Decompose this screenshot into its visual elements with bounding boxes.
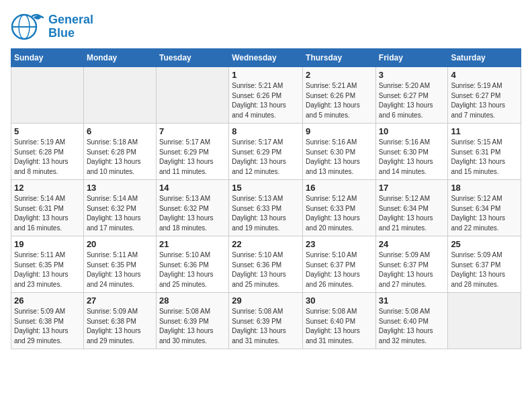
calendar-cell: 22Sunrise: 5:10 AM Sunset: 6:36 PM Dayli… (229, 236, 303, 293)
col-header-tuesday: Tuesday (156, 49, 228, 67)
col-header-friday: Friday (375, 49, 448, 67)
day-info: Sunrise: 5:19 AM Sunset: 6:27 PM Dayligh… (451, 81, 518, 120)
day-number: 8 (232, 126, 300, 136)
day-number: 2 (306, 70, 373, 80)
day-info: Sunrise: 5:10 AM Sunset: 6:36 PM Dayligh… (159, 250, 226, 289)
day-info: Sunrise: 5:13 AM Sunset: 6:33 PM Dayligh… (232, 194, 300, 233)
calendar-week-1: 1Sunrise: 5:21 AM Sunset: 6:26 PM Daylig… (11, 67, 521, 124)
day-info: Sunrise: 5:17 AM Sunset: 6:29 PM Dayligh… (159, 138, 226, 177)
day-number: 27 (87, 295, 153, 306)
calendar-cell: 15Sunrise: 5:13 AM Sunset: 6:33 PM Dayli… (229, 180, 303, 236)
day-number: 26 (14, 295, 81, 306)
calendar-cell: 4Sunrise: 5:19 AM Sunset: 6:27 PM Daylig… (448, 67, 521, 124)
day-info: Sunrise: 5:16 AM Sunset: 6:30 PM Dayligh… (379, 138, 445, 177)
day-info: Sunrise: 5:09 AM Sunset: 6:37 PM Dayligh… (379, 250, 445, 289)
day-info: Sunrise: 5:14 AM Sunset: 6:32 PM Dayligh… (87, 194, 153, 233)
day-info: Sunrise: 5:15 AM Sunset: 6:31 PM Dayligh… (451, 138, 518, 177)
calendar-cell: 24Sunrise: 5:09 AM Sunset: 6:37 PM Dayli… (375, 236, 448, 293)
calendar-cell (11, 67, 84, 124)
day-info: Sunrise: 5:14 AM Sunset: 6:31 PM Dayligh… (14, 194, 81, 233)
day-number: 22 (232, 239, 300, 249)
day-info: Sunrise: 5:21 AM Sunset: 6:26 PM Dayligh… (306, 81, 373, 120)
calendar-cell: 23Sunrise: 5:10 AM Sunset: 6:37 PM Dayli… (303, 236, 376, 293)
logo-text-line1: General (48, 13, 93, 27)
calendar-cell: 16Sunrise: 5:12 AM Sunset: 6:33 PM Dayli… (303, 180, 376, 236)
calendar-week-2: 5Sunrise: 5:19 AM Sunset: 6:28 PM Daylig… (11, 124, 521, 180)
day-number: 12 (14, 183, 81, 193)
day-number: 1 (232, 70, 300, 80)
col-header-thursday: Thursday (303, 49, 376, 67)
logo: General Blue (11, 11, 93, 43)
calendar-cell: 2Sunrise: 5:21 AM Sunset: 6:26 PM Daylig… (303, 67, 376, 124)
day-info: Sunrise: 5:10 AM Sunset: 6:37 PM Dayligh… (306, 250, 373, 289)
day-number: 28 (159, 295, 226, 306)
day-info: Sunrise: 5:09 AM Sunset: 6:37 PM Dayligh… (451, 250, 518, 289)
calendar-cell: 13Sunrise: 5:14 AM Sunset: 6:32 PM Dayli… (83, 180, 156, 236)
day-number: 6 (87, 126, 153, 136)
calendar-cell: 21Sunrise: 5:10 AM Sunset: 6:36 PM Dayli… (156, 236, 228, 293)
calendar-cell: 11Sunrise: 5:15 AM Sunset: 6:31 PM Dayli… (448, 124, 521, 180)
day-info: Sunrise: 5:19 AM Sunset: 6:28 PM Dayligh… (14, 138, 81, 177)
day-info: Sunrise: 5:08 AM Sunset: 6:40 PM Dayligh… (379, 307, 445, 346)
day-number: 18 (451, 183, 518, 193)
calendar-cell (156, 67, 228, 124)
day-number: 10 (379, 126, 445, 136)
calendar-cell: 18Sunrise: 5:12 AM Sunset: 6:34 PM Dayli… (448, 180, 521, 236)
day-number: 11 (451, 126, 518, 136)
calendar-cell: 26Sunrise: 5:09 AM Sunset: 6:38 PM Dayli… (11, 293, 84, 349)
logo-icon (11, 11, 46, 43)
day-info: Sunrise: 5:18 AM Sunset: 6:28 PM Dayligh… (87, 138, 153, 177)
day-info: Sunrise: 5:11 AM Sunset: 6:35 PM Dayligh… (14, 250, 81, 289)
calendar-cell: 8Sunrise: 5:17 AM Sunset: 6:29 PM Daylig… (229, 124, 303, 180)
day-info: Sunrise: 5:10 AM Sunset: 6:36 PM Dayligh… (232, 250, 300, 289)
day-number: 14 (159, 183, 226, 193)
day-number: 30 (306, 295, 373, 306)
day-number: 23 (306, 239, 373, 249)
calendar-cell: 17Sunrise: 5:12 AM Sunset: 6:34 PM Dayli… (375, 180, 448, 236)
day-info: Sunrise: 5:08 AM Sunset: 6:39 PM Dayligh… (232, 307, 300, 346)
day-info: Sunrise: 5:17 AM Sunset: 6:29 PM Dayligh… (232, 138, 300, 177)
calendar-cell: 12Sunrise: 5:14 AM Sunset: 6:31 PM Dayli… (11, 180, 84, 236)
calendar-cell: 5Sunrise: 5:19 AM Sunset: 6:28 PM Daylig… (11, 124, 84, 180)
calendar-header-row: SundayMondayTuesdayWednesdayThursdayFrid… (11, 49, 521, 67)
day-number: 5 (14, 126, 81, 136)
calendar-cell (448, 293, 521, 349)
calendar-cell: 14Sunrise: 5:13 AM Sunset: 6:32 PM Dayli… (156, 180, 228, 236)
day-info: Sunrise: 5:08 AM Sunset: 6:39 PM Dayligh… (159, 307, 226, 346)
day-number: 19 (14, 239, 81, 249)
calendar-cell: 19Sunrise: 5:11 AM Sunset: 6:35 PM Dayli… (11, 236, 84, 293)
calendar-cell: 10Sunrise: 5:16 AM Sunset: 6:30 PM Dayli… (375, 124, 448, 180)
calendar-cell: 9Sunrise: 5:16 AM Sunset: 6:30 PM Daylig… (303, 124, 376, 180)
day-info: Sunrise: 5:09 AM Sunset: 6:38 PM Dayligh… (87, 307, 153, 346)
calendar-cell: 27Sunrise: 5:09 AM Sunset: 6:38 PM Dayli… (83, 293, 156, 349)
day-number: 31 (379, 295, 445, 306)
calendar-cell: 28Sunrise: 5:08 AM Sunset: 6:39 PM Dayli… (156, 293, 228, 349)
calendar-week-5: 26Sunrise: 5:09 AM Sunset: 6:38 PM Dayli… (11, 293, 521, 349)
day-info: Sunrise: 5:20 AM Sunset: 6:27 PM Dayligh… (379, 81, 445, 120)
day-number: 25 (451, 239, 518, 249)
col-header-saturday: Saturday (448, 49, 521, 67)
day-info: Sunrise: 5:12 AM Sunset: 6:33 PM Dayligh… (306, 194, 373, 233)
day-number: 21 (159, 239, 226, 249)
calendar-week-3: 12Sunrise: 5:14 AM Sunset: 6:31 PM Dayli… (11, 180, 521, 236)
calendar-cell: 20Sunrise: 5:11 AM Sunset: 6:35 PM Dayli… (83, 236, 156, 293)
day-info: Sunrise: 5:12 AM Sunset: 6:34 PM Dayligh… (451, 194, 518, 233)
day-info: Sunrise: 5:13 AM Sunset: 6:32 PM Dayligh… (159, 194, 226, 233)
logo-text-line2: Blue (48, 27, 93, 40)
day-info: Sunrise: 5:09 AM Sunset: 6:38 PM Dayligh… (14, 307, 81, 346)
calendar-cell: 3Sunrise: 5:20 AM Sunset: 6:27 PM Daylig… (375, 67, 448, 124)
day-number: 29 (232, 295, 300, 306)
col-header-wednesday: Wednesday (229, 49, 303, 67)
col-header-monday: Monday (83, 49, 156, 67)
calendar-cell: 29Sunrise: 5:08 AM Sunset: 6:39 PM Dayli… (229, 293, 303, 349)
day-number: 4 (451, 70, 518, 80)
col-header-sunday: Sunday (11, 49, 84, 67)
day-number: 20 (87, 239, 153, 249)
day-number: 3 (379, 70, 445, 80)
day-number: 17 (379, 183, 445, 193)
calendar-cell: 1Sunrise: 5:21 AM Sunset: 6:26 PM Daylig… (229, 67, 303, 124)
calendar-cell: 30Sunrise: 5:08 AM Sunset: 6:40 PM Dayli… (303, 293, 376, 349)
day-info: Sunrise: 5:11 AM Sunset: 6:35 PM Dayligh… (87, 250, 153, 289)
day-number: 9 (306, 126, 373, 136)
calendar-cell: 7Sunrise: 5:17 AM Sunset: 6:29 PM Daylig… (156, 124, 228, 180)
